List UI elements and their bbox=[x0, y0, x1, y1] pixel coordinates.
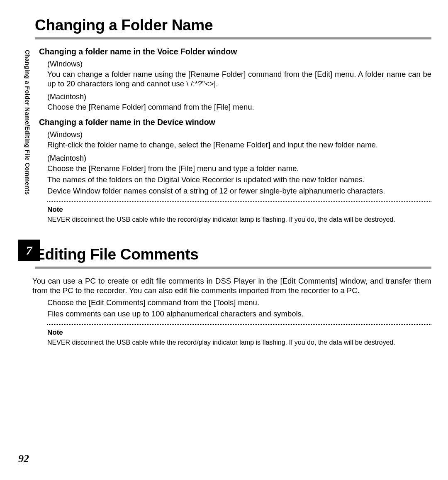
sub1-win-label: (Windows) bbox=[47, 60, 431, 69]
section2-intro: You can use a PC to create or edit file … bbox=[32, 276, 431, 295]
dotted-rule-2 bbox=[47, 324, 431, 325]
section2-line2: Files comments can use up to 100 alphanu… bbox=[47, 309, 431, 318]
note2-label: Note bbox=[47, 328, 431, 337]
section2-rule bbox=[35, 267, 431, 269]
sub1-heading: Changing a folder name in the Voice Fold… bbox=[39, 47, 431, 56]
chapter-number-box: 7 bbox=[18, 240, 40, 261]
sub2-win-label: (Windows) bbox=[47, 130, 431, 139]
sub2-mac-text1: Choose the [Rename Folder] from the [Fil… bbox=[47, 164, 431, 173]
section1-title: Changing a Folder Name bbox=[35, 17, 431, 34]
section1-rule bbox=[35, 37, 431, 39]
page-number: 92 bbox=[18, 453, 29, 465]
side-tab-label: Changing a Folder Name/Editing File Comm… bbox=[24, 50, 31, 195]
dotted-rule-1 bbox=[47, 201, 431, 202]
sub1-mac-text: Choose the [Rename Folder] command from … bbox=[47, 102, 431, 112]
sub2-win-text: Right-click the folder name to change, s… bbox=[47, 140, 431, 149]
note2-text: NEVER disconnect the USB cable while the… bbox=[47, 338, 431, 347]
sub2-mac-label: (Macintosh) bbox=[47, 154, 431, 163]
sub1-mac-label: (Macintosh) bbox=[47, 93, 431, 101]
section2-title: Editing File Comments bbox=[35, 246, 431, 263]
section2-line1: Choose the [Edit Comments] command from … bbox=[47, 298, 431, 307]
note1-text: NEVER disconnect the USB cable while the… bbox=[47, 216, 431, 224]
note1-label: Note bbox=[47, 206, 431, 214]
sub1-win-text: You can change a folder name using the [… bbox=[47, 69, 431, 88]
sub2-heading: Changing a folder name in the Device win… bbox=[39, 118, 431, 127]
sub2-mac-text2: The names of the folders on the Digital … bbox=[47, 175, 431, 184]
sub2-mac-text3: Device Window folder names consist of a … bbox=[47, 186, 431, 196]
